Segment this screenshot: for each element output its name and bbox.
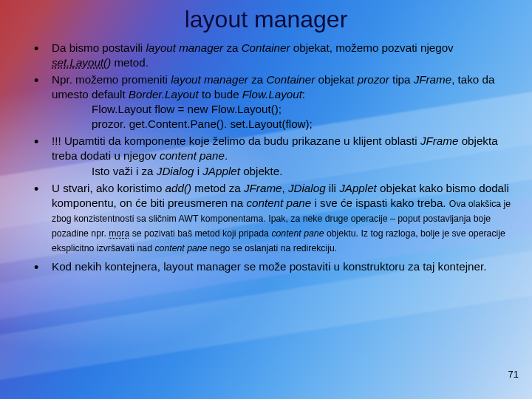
bullet-text: Kod nekih kontejnera, layout manager se … bbox=[52, 260, 486, 273]
bullet-item: Da bismo postavili layout manager za Con… bbox=[34, 41, 511, 70]
bullet-list: Da bismo postavili layout manager za Con… bbox=[21, 41, 511, 274]
page-number: 71 bbox=[508, 369, 519, 380]
slide-content: layout manager Da bismo postavili layout… bbox=[0, 0, 532, 274]
slide: layout manager Da bismo postavili layout… bbox=[0, 0, 532, 399]
code-line: prozor. get.Content.Pane(). set.Layout(f… bbox=[52, 117, 511, 132]
bullet-item: U stvari, ako koristimo add() metod za J… bbox=[34, 181, 511, 255]
code-line: Flow.Layout flow = new Flow.Layout(); bbox=[52, 102, 511, 117]
bullet-item: Npr. možemo promeniti layout manager za … bbox=[34, 72, 511, 132]
bullet-item: Kod nekih kontejnera, layout manager se … bbox=[34, 259, 511, 274]
slide-title: layout manager bbox=[21, 6, 511, 33]
bullet-item: !!! Upamtiti da komponente koje želimo d… bbox=[34, 134, 511, 178]
sub-line: Isto važi i za JDialog i JApplet objekte… bbox=[52, 164, 511, 179]
